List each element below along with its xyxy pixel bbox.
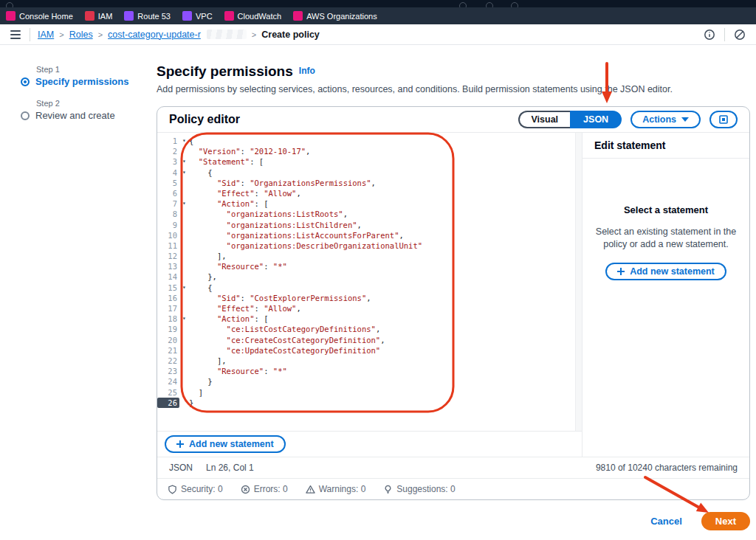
step-number-label: Step 1: [21, 65, 150, 74]
editor-scrollbar[interactable]: [575, 133, 582, 431]
favorite-cloudwatch[interactable]: CloudWatch: [224, 11, 282, 21]
line-number: 1: [157, 136, 179, 146]
code-line: 8 "organizations:ListRoots",: [157, 209, 582, 219]
actions-dropdown-button[interactable]: Actions: [630, 111, 701, 128]
code-line: 22 ],: [157, 356, 582, 366]
cursor-position: Ln 26, Col 1: [206, 463, 254, 473]
favorite-vpc[interactable]: VPC: [182, 11, 213, 21]
line-number: 2: [157, 146, 179, 156]
caret-down-icon: [681, 117, 689, 122]
account-menu-icon[interactable]: [6, 2, 13, 7]
line-number: 14: [157, 271, 179, 282]
favorite-console-home[interactable]: Console Home: [6, 11, 73, 21]
favorite-iam[interactable]: IAM: [85, 11, 113, 21]
fold-icon[interactable]: ▾: [179, 156, 189, 167]
add-new-statement-button[interactable]: Add new statement: [165, 435, 286, 453]
json-toggle-button[interactable]: JSON: [570, 111, 622, 128]
cancel-button[interactable]: Cancel: [650, 516, 682, 527]
favorite-route-53[interactable]: Route 53: [124, 11, 171, 21]
code-line: 9 "organizations:ListChildren",: [157, 220, 582, 230]
fold-icon[interactable]: ▾: [179, 167, 189, 178]
select-statement-heading: Select a statement: [593, 204, 739, 215]
suggestions-icon: [383, 485, 393, 494]
fold-icon[interactable]: ▾: [179, 136, 189, 146]
fold-icon[interactable]: ▾: [179, 283, 189, 293]
code-line: 15▾ {: [157, 283, 582, 293]
edit-statement-empty-state: Select a statement Select an existing st…: [583, 159, 749, 280]
code-line: 13 "Resource": "*": [157, 261, 582, 271]
step-link[interactable]: Specify permissions: [35, 76, 128, 87]
editor-left-column: 1▾{2 "Version": "2012-10-17",3▾ "Stateme…: [157, 133, 582, 457]
line-number: 9: [157, 220, 179, 230]
visual-toggle-button[interactable]: Visual: [518, 111, 571, 128]
code-line: 25 ]: [157, 387, 582, 398]
line-number: 15: [157, 283, 179, 293]
code-line: 23 "Resource": "*": [157, 366, 582, 376]
route-53-icon: [124, 11, 134, 21]
breadcrumb: IAM>Roles>cost-category-update-r>Create …: [38, 30, 320, 40]
add-statement-row: Add new statement: [157, 431, 582, 457]
step-link[interactable]: Review and create: [35, 110, 115, 121]
breadcrumb-link[interactable]: cost-category-update-r: [108, 30, 201, 40]
add-new-statement-button-panel[interactable]: Add new statement: [605, 263, 726, 280]
wizard-footer: Cancel Next: [157, 512, 750, 530]
code-line: 10 "organizations:ListAccountsForParent"…: [157, 230, 582, 240]
line-number: 16: [157, 293, 179, 303]
line-number: 18: [157, 314, 179, 324]
code-line: 19 "ce:ListCostCategoryDefinitions",: [157, 324, 582, 334]
favorite-label: CloudWatch: [238, 12, 282, 21]
breadcrumb-separator-icon: >: [252, 30, 256, 39]
iam-icon: [85, 11, 94, 21]
policy-editor-title: Policy editor: [169, 113, 518, 126]
code-line: 6 "Effect": "Allow",: [157, 188, 582, 198]
help-icon[interactable]: [511, 2, 518, 7]
code-line: 2 "Version": "2012-10-17",: [157, 146, 582, 156]
code-line: 1▾{: [157, 136, 582, 146]
code-line: 16 "Sid": "CostExplorerPermissions",: [157, 293, 582, 303]
info-icon[interactable]: [702, 27, 717, 42]
editor-status-bar: JSON Ln 26, Col 1 9810 of 10240 characte…: [157, 457, 749, 478]
code-line: 7▾ "Action": [: [157, 198, 582, 209]
line-number: 23: [157, 366, 179, 376]
notifications-off-icon[interactable]: [732, 27, 747, 42]
breadcrumb-right-controls: [702, 27, 747, 42]
fold-icon[interactable]: ▾: [179, 314, 189, 324]
breadcrumb-link[interactable]: Roles: [69, 30, 93, 40]
code-line: 11 "organizations:DescribeOrganizational…: [157, 240, 582, 251]
aws-console-page: Console HomeIAMRoute 53VPCCloudWatchAWS …: [0, 0, 756, 540]
wizard-step-specify-permissions: Step 1Specify permissions: [21, 65, 150, 87]
favorites-bar: Console HomeIAMRoute 53VPCCloudWatchAWS …: [0, 7, 756, 24]
line-number: 24: [157, 376, 179, 387]
favorite-label: AWS Organizations: [306, 12, 377, 21]
breadcrumb-link[interactable]: IAM: [38, 30, 54, 40]
favorite-label: Route 53: [137, 12, 171, 21]
fold-icon[interactable]: ▾: [179, 198, 189, 209]
info-link[interactable]: Info: [299, 66, 315, 76]
issue-errors: Errors: 0: [241, 484, 288, 494]
next-button[interactable]: Next: [701, 512, 750, 530]
notifications-bell-icon[interactable]: [486, 2, 493, 7]
aws-organizations-icon: [293, 11, 303, 21]
edit-statement-panel: Edit statement Select a statement Select…: [582, 133, 749, 457]
issue-warnings: Warnings: 0: [306, 484, 366, 494]
menu-icon[interactable]: [9, 29, 22, 41]
line-number: 3: [157, 156, 179, 167]
status-left: JSON Ln 26, Col 1: [169, 463, 254, 473]
divider: [724, 28, 725, 41]
console-home-icon: [6, 11, 16, 21]
security-icon: [168, 485, 177, 494]
characters-remaining: 9810 of 10240 characters remaining: [596, 463, 738, 473]
plus-icon: [176, 440, 184, 448]
code-line: 12 ],: [157, 251, 582, 261]
expand-editor-button[interactable]: [709, 111, 738, 128]
favorite-aws-organizations[interactable]: AWS Organizations: [293, 11, 377, 21]
editor-issues-bar: Security: 0Errors: 0Warnings: 0Suggestio…: [157, 478, 749, 499]
favorite-label: Console Home: [19, 12, 73, 21]
plus-icon: [617, 268, 625, 275]
code-line: 3▾ "Statement": [: [157, 156, 582, 167]
search-icon[interactable]: [459, 2, 467, 7]
warnings-icon: [306, 485, 315, 494]
json-editor[interactable]: 1▾{2 "Version": "2012-10-17",3▾ "Stateme…: [157, 133, 582, 431]
edit-statement-title: Edit statement: [583, 133, 749, 159]
select-statement-text: Select an existing statement in the poli…: [593, 226, 739, 251]
